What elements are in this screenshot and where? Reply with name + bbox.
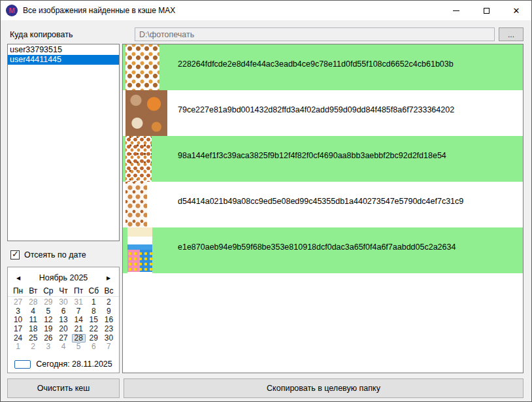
clear-cache-button[interactable]: Очистить кеш <box>7 378 120 398</box>
image-hash-row[interactable]: 98a144ef1f3c39aca3825f9b12f4f82f0cf4690a… <box>123 136 523 182</box>
calendar-day[interactable]: 21 <box>71 325 86 334</box>
user-list-item[interactable]: user33793515 <box>8 45 119 55</box>
minimize-icon <box>453 10 459 11</box>
calendar-day[interactable]: 6 <box>56 307 71 316</box>
browse-button[interactable]: ... <box>499 27 524 41</box>
calendar-day[interactable]: 26 <box>41 334 56 343</box>
checkbox-icon: ✓ <box>10 250 20 260</box>
calendar-day[interactable]: 17 <box>10 325 25 334</box>
calendar-day[interactable]: 22 <box>86 325 101 334</box>
calendar-day[interactable]: 28 <box>25 298 41 307</box>
close-icon: ✕ <box>513 7 520 15</box>
calendar-day-names: ПнВтСрЧтПтСбВс <box>8 286 119 297</box>
image-hash-text: 228264fdfcde2e8d4fe44ac3eadb4ce9c78e11d0… <box>178 59 454 69</box>
image-thumbnail <box>125 90 167 136</box>
calendar-day[interactable]: 5 <box>41 307 56 316</box>
calendar-day[interactable]: 12 <box>41 316 56 325</box>
image-thumbnail <box>125 182 147 227</box>
calendar-day[interactable]: 31 <box>71 298 86 307</box>
calendar-day-name: Сб <box>86 286 101 296</box>
calendar-day-name: Пт <box>71 286 86 296</box>
calendar-day[interactable]: 11 <box>25 316 41 325</box>
calendar-day[interactable]: 10 <box>10 316 25 325</box>
calendar-footer[interactable]: Сегодня: 28.11.2025 <box>8 360 119 369</box>
image-hash-text: e1e870aeb94e9b59f68be353e810918dcf0dac3a… <box>178 243 456 252</box>
calendar-day[interactable]: 24 <box>10 334 25 343</box>
calendar-day-name: Чт <box>56 286 71 296</box>
calendar-day[interactable]: 23 <box>101 325 116 334</box>
image-hash-row[interactable]: 79ce227e81a9bd001432d82ffd3a4f02add959d0… <box>123 90 523 136</box>
calendar-day[interactable]: 30 <box>56 298 71 307</box>
app-window: M Все изображения найденные в кэше MAX ✕… <box>0 0 532 402</box>
window-controls: ✕ <box>441 1 531 20</box>
today-box-icon <box>14 360 31 369</box>
image-hash-row[interactable]: d54414a021b49a08cc9ed5e08ed99c45355db1a4… <box>123 182 523 227</box>
calendar-day[interactable]: 14 <box>71 316 86 325</box>
calendar-day[interactable]: 8 <box>86 307 101 316</box>
image-hash-text: 98a144ef1f3c39aca3825f9b12f4f82f0cf4690a… <box>178 151 446 160</box>
calendar-day[interactable]: 27 <box>10 298 25 307</box>
maximize-icon <box>484 8 490 14</box>
calendar-day-selected[interactable]: 28 <box>72 334 86 343</box>
calendar-day[interactable]: 1 <box>86 298 101 307</box>
calendar-next-icon[interactable]: ▶ <box>105 275 112 281</box>
calendar-day[interactable]: 2 <box>101 298 116 307</box>
image-hash-text: 79ce227e81a9bd001432d82ffd3a4f02add959d0… <box>178 105 454 114</box>
calendar-day[interactable]: 29 <box>41 298 56 307</box>
calendar-day-name: Вт <box>25 286 41 296</box>
calendar-day[interactable]: 3 <box>41 343 56 352</box>
calendar-day[interactable]: 3 <box>10 307 25 316</box>
calendar-header: ◀ Ноябрь 2025 ▶ <box>8 269 119 286</box>
image-thumbnail <box>125 136 152 182</box>
calendar-day[interactable]: 7 <box>101 343 116 352</box>
destination-label: Куда копировать <box>10 30 73 39</box>
filter-by-date-label: Отсеять по дате <box>24 250 86 260</box>
calendar-day[interactable]: 4 <box>25 307 41 316</box>
calendar-day[interactable]: 16 <box>101 316 116 325</box>
calendar-day[interactable]: 29 <box>86 334 101 343</box>
calendar-day[interactable]: 19 <box>41 325 56 334</box>
destination-path-input[interactable] <box>135 27 495 41</box>
calendar-prev-icon[interactable]: ◀ <box>14 275 22 281</box>
calendar: ◀ Ноябрь 2025 ▶ ПнВтСрЧтПтСбВс 272829303… <box>7 267 120 373</box>
title-bar: M Все изображения найденные в кэше MAX ✕ <box>1 1 531 20</box>
calendar-day-name: Ср <box>41 286 56 296</box>
calendar-day[interactable]: 7 <box>71 307 86 316</box>
maximize-button[interactable] <box>471 1 501 20</box>
calendar-grid: 2728293031123456789101112131415161718192… <box>8 297 119 352</box>
image-hash-row[interactable]: 228264fdfcde2e8d4fe44ac3eadb4ce9c78e11d0… <box>123 44 523 90</box>
image-hash-panel: 228264fdfcde2e8d4fe44ac3eadb4ce9c78e11d0… <box>122 44 524 373</box>
calendar-day[interactable]: 18 <box>25 325 41 334</box>
check-icon: ✓ <box>12 249 19 259</box>
window-title: Все изображения найденные в кэше MAX <box>23 6 175 15</box>
calendar-day[interactable]: 6 <box>86 343 101 352</box>
calendar-day[interactable]: 15 <box>86 316 101 325</box>
minimize-button[interactable] <box>441 1 471 20</box>
calendar-month-label[interactable]: Ноябрь 2025 <box>39 273 88 282</box>
image-hash-text: d54414a021b49a08cc9ed5e08ed99c45355db1a4… <box>178 197 463 206</box>
max-logo-icon: M <box>6 5 18 16</box>
image-thumbnail <box>127 227 152 273</box>
calendar-day[interactable]: 20 <box>56 325 71 334</box>
calendar-day[interactable]: 5 <box>71 343 86 352</box>
calendar-day[interactable]: 4 <box>56 343 71 352</box>
calendar-day[interactable]: 9 <box>101 307 116 316</box>
calendar-day[interactable]: 13 <box>56 316 71 325</box>
calendar-day[interactable]: 27 <box>56 334 71 343</box>
image-hash-row[interactable]: e1e870aeb94e9b59f68be353e810918dcf0dac3a… <box>123 227 523 273</box>
calendar-day[interactable]: 1 <box>10 343 25 352</box>
copy-to-folder-button[interactable]: Скопировать в целевую папку <box>124 378 524 398</box>
close-button[interactable]: ✕ <box>501 1 531 20</box>
user-list-item[interactable]: user44411445 <box>8 55 119 65</box>
calendar-day-name: Пн <box>10 286 25 296</box>
calendar-day-name: Вс <box>101 286 116 296</box>
calendar-day[interactable]: 2 <box>25 343 41 352</box>
calendar-day[interactable]: 25 <box>25 334 41 343</box>
user-list: user33793515user44411445 <box>7 44 120 241</box>
filter-by-date-checkbox[interactable]: ✓ Отсеять по дате <box>10 250 86 260</box>
today-label: Сегодня: 28.11.2025 <box>36 360 112 369</box>
image-thumbnail <box>125 44 159 90</box>
calendar-day[interactable]: 30 <box>101 334 116 343</box>
